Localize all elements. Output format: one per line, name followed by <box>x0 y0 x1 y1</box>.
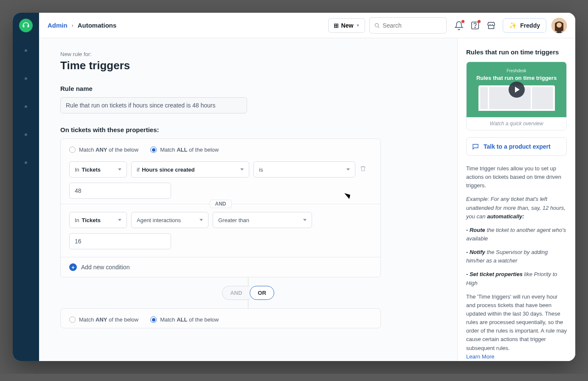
add-condition-button[interactable]: + Add new condition <box>61 257 380 277</box>
learn-more-link[interactable]: Learn More <box>466 353 494 360</box>
match-any-radio[interactable]: Match ANY of the below <box>69 147 138 153</box>
radio-unchecked-icon <box>69 147 76 153</box>
and-divider: AND <box>61 204 380 204</box>
match-all-radio[interactable]: Match ALL of the below <box>150 147 219 153</box>
help-text: - Set ticket properties like Priority to… <box>466 270 567 287</box>
condition-operator-select[interactable]: is <box>253 161 355 178</box>
match-any-radio[interactable]: Match ANY of the below <box>69 316 138 323</box>
radio-checked-icon <box>150 147 157 153</box>
trash-icon <box>360 165 366 172</box>
block-connector: AND OR <box>88 277 408 308</box>
radio-unchecked-icon <box>69 316 76 323</box>
search-icon <box>374 22 380 29</box>
sparkle-icon: ✨ <box>509 22 517 29</box>
play-icon <box>509 82 525 98</box>
condition-field-select[interactable]: if Hours since created <box>131 161 249 178</box>
search-input[interactable] <box>383 22 442 29</box>
radio-checked-icon <box>150 316 157 323</box>
pre-title: New rule for: <box>60 51 436 57</box>
conditions-card: Match ANY of the below Match ALL of the … <box>60 308 381 328</box>
connector-or-pill[interactable]: OR <box>250 286 274 300</box>
talk-to-expert-button[interactable]: Talk to a product expert <box>466 137 567 156</box>
help-badge <box>478 20 481 23</box>
rule-name-label: Rule name <box>60 85 436 92</box>
topbar: Admin › Automations ⊞ New ▼ <box>39 13 575 38</box>
condition-value-input[interactable] <box>69 183 171 199</box>
condition-scope-select[interactable]: In Tickets <box>69 161 127 178</box>
chevron-right-icon: › <box>72 23 73 28</box>
help-text: - Notify the Supervisor by adding him/he… <box>466 248 567 265</box>
nav-item[interactable] <box>25 133 27 136</box>
video-card[interactable]: Freshdesk Rules that run on time trigger… <box>466 62 567 130</box>
nav-item[interactable] <box>25 105 27 108</box>
condition-value-input[interactable] <box>69 233 171 249</box>
help-panel: Rules that run on time triggers Freshdes… <box>457 38 575 361</box>
connector-and-pill[interactable]: AND <box>222 286 250 300</box>
content-main: New rule for: Time triggers Rule name On… <box>39 38 457 361</box>
app-logo[interactable] <box>19 19 33 32</box>
user-avatar[interactable] <box>551 18 567 33</box>
freddy-button[interactable]: ✨ Freddy <box>503 18 546 33</box>
nav-item[interactable] <box>25 49 27 52</box>
svg-point-2 <box>475 27 475 27</box>
page-title: Time triggers <box>60 59 436 72</box>
video-caption: Watch a quick overview <box>467 117 566 130</box>
help-text: - Route the ticket to another agent who'… <box>466 226 567 243</box>
help-heading: Rules that run on time triggers <box>466 48 567 56</box>
match-all-radio[interactable]: Match ALL of the below <box>150 316 219 323</box>
sidebar <box>13 13 39 361</box>
help-button[interactable] <box>467 17 483 34</box>
new-button[interactable]: ⊞ New ▼ <box>328 18 366 33</box>
conditions-card: Match ANY of the below Match ALL of the … <box>60 138 381 277</box>
help-text: Time trigger rules allow you to set up a… <box>466 164 567 190</box>
plus-circle-icon: + <box>69 263 77 271</box>
chat-icon <box>472 143 479 150</box>
plus-icon: ⊞ <box>334 22 339 29</box>
notification-badge <box>461 20 464 23</box>
condition-scope-select[interactable]: In Tickets <box>69 212 127 228</box>
breadcrumb-root[interactable]: Admin <box>48 22 68 29</box>
svg-point-0 <box>375 23 379 27</box>
rule-name-input[interactable] <box>60 97 247 113</box>
help-text: The 'Time triggers' will run every hour … <box>466 293 567 361</box>
notifications-button[interactable] <box>451 17 467 34</box>
search-box[interactable] <box>369 17 447 34</box>
svg-point-4 <box>557 23 562 28</box>
nav-item[interactable] <box>25 161 27 164</box>
chevron-down-icon: ▼ <box>356 23 360 28</box>
marketplace-button[interactable] <box>483 17 499 34</box>
condition-field-select[interactable]: Agent interactions <box>131 212 208 228</box>
condition-operator-select[interactable]: Greater than <box>213 212 312 228</box>
breadcrumb: Admin › Automations <box>48 22 116 29</box>
conditions-label: On tickets with these properties: <box>60 126 436 133</box>
breadcrumb-current: Automations <box>78 22 117 29</box>
nav-item[interactable] <box>25 77 27 80</box>
delete-condition-button[interactable] <box>360 165 366 174</box>
store-icon <box>487 21 496 30</box>
help-text: Example: For any ticket that's left unat… <box>466 195 567 220</box>
